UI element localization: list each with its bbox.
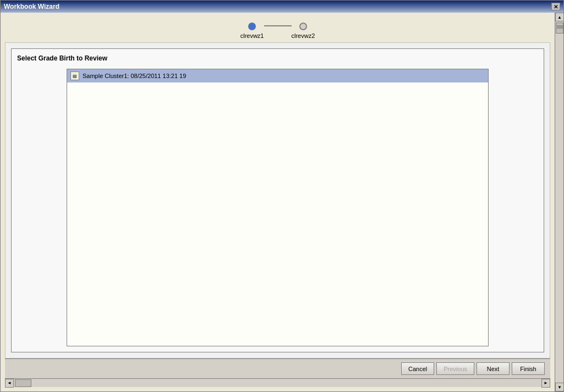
step-label-2: clrevwz2	[292, 32, 315, 39]
inner-panel: Select Grade Birth to Review ▤ Sample Cl…	[5, 42, 550, 358]
step-line	[264, 25, 292, 26]
next-button[interactable]: Next	[477, 362, 510, 375]
bottom-scrollbar: ◄ ►	[5, 378, 550, 387]
cancel-button[interactable]: Cancel	[401, 362, 434, 375]
document-icon: ▤	[70, 71, 79, 80]
bottom-bar: Cancel Previous Next Finish	[5, 358, 550, 378]
step-circle-1	[248, 23, 256, 30]
previous-button[interactable]: Previous	[436, 362, 474, 375]
section-title: Select Grade Birth to Review	[17, 54, 538, 62]
scroll-left-button[interactable]: ◄	[5, 379, 14, 388]
h-scroll-thumb[interactable]	[15, 379, 31, 387]
content-area: clrevwz1 clrevwz2 Select Grade Birth to …	[1, 13, 555, 391]
step-label-1: clrevwz1	[240, 32, 264, 39]
list-item[interactable]: ▤ Sample Cluster1: 08/25/2011 13:21 19	[67, 69, 488, 82]
scroll-right-button[interactable]: ►	[541, 379, 550, 388]
wizard-steps: clrevwz1 clrevwz2	[5, 17, 550, 42]
main-scrollbar-area: clrevwz1 clrevwz2 Select Grade Birth to …	[1, 13, 563, 391]
step-item-1[interactable]: clrevwz1	[240, 23, 264, 39]
step-container: clrevwz1 clrevwz2	[240, 23, 315, 39]
list-item-label: Sample Cluster1: 08/25/2011 13:21 19	[83, 73, 186, 79]
step-circle-2	[299, 23, 307, 30]
down-arrow-icon: ▼	[557, 385, 562, 390]
v-scroll-thumb[interactable]	[556, 23, 563, 34]
close-icon: ✕	[554, 4, 558, 10]
finish-button[interactable]: Finish	[512, 362, 545, 375]
h-scroll-track[interactable]	[14, 379, 541, 387]
scroll-thumb-grip	[556, 25, 563, 29]
step-item-2[interactable]: clrevwz2	[292, 23, 315, 39]
workbook-wizard-window: Workbook Wizard ✕ clrevwz1 clrevwz2	[0, 0, 564, 392]
window-title: Workbook Wizard	[4, 3, 59, 10]
left-arrow-icon: ◄	[7, 380, 12, 385]
cluster-list[interactable]: ▤ Sample Cluster1: 08/25/2011 13:21 19	[67, 69, 489, 346]
up-arrow-icon: ▲	[557, 15, 562, 20]
scroll-up-button[interactable]: ▲	[555, 13, 563, 21]
title-bar: Workbook Wizard ✕	[1, 1, 563, 13]
scroll-down-button[interactable]: ▼	[555, 383, 563, 391]
v-scroll-track[interactable]	[555, 21, 563, 383]
section-box: Select Grade Birth to Review ▤ Sample Cl…	[11, 48, 544, 352]
close-button[interactable]: ✕	[551, 3, 560, 10]
right-scrollbar: ▲ ▼	[555, 13, 563, 391]
right-arrow-icon: ►	[544, 380, 548, 385]
